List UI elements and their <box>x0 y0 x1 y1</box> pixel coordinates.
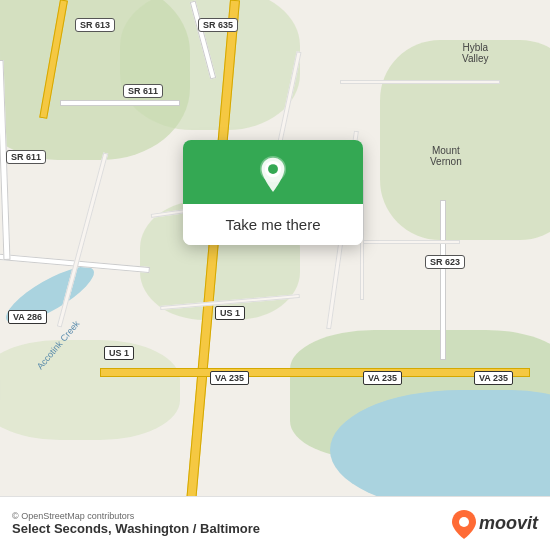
bottom-left-info: © OpenStreetMap contributors Select Seco… <box>12 511 260 536</box>
label-hybla-valley: HyblaValley <box>462 42 489 64</box>
location-title: Select Seconds, Washington / Baltimore <box>12 521 260 536</box>
badge-sr611-top: SR 611 <box>123 84 163 98</box>
road-minor-7 <box>340 80 500 84</box>
svg-point-4 <box>459 517 469 527</box>
moovit-logo[interactable]: moovit <box>451 509 538 539</box>
moovit-text: moovit <box>479 513 538 534</box>
take-me-there-button[interactable]: Take me there <box>183 204 363 245</box>
bottom-bar: © OpenStreetMap contributors Select Seco… <box>0 496 550 550</box>
badge-sr623: SR 623 <box>425 255 465 269</box>
popup-green-header <box>183 140 363 204</box>
badge-va235-mid: VA 235 <box>210 371 249 385</box>
green-area-right <box>380 40 550 240</box>
svg-point-3 <box>268 164 278 174</box>
moovit-pin-icon <box>451 509 477 539</box>
label-mount-vernon: MountVernon <box>430 145 462 167</box>
badge-sr613-top: SR 613 <box>75 18 115 32</box>
badge-sr635: SR 635 <box>198 18 238 32</box>
popup-card: Take me there <box>183 140 363 245</box>
road-sr623 <box>440 200 446 360</box>
attribution-text: © OpenStreetMap contributors <box>12 511 260 521</box>
road-va235 <box>100 368 530 377</box>
badge-sr611-left: SR 611 <box>6 150 46 164</box>
green-area-bottom-left <box>0 340 180 440</box>
badge-us1-mid: US 1 <box>215 306 245 320</box>
badge-va235-right: VA 235 <box>363 371 402 385</box>
road-sr611-h <box>60 100 180 106</box>
badge-va235-far: VA 235 <box>474 371 513 385</box>
badge-us1-left: US 1 <box>104 346 134 360</box>
badge-va286: VA 286 <box>8 310 47 324</box>
location-pin-icon <box>255 156 291 192</box>
map-container: Accotink Creek SR 613 SR 635 SR 611 SR 6… <box>0 0 550 550</box>
